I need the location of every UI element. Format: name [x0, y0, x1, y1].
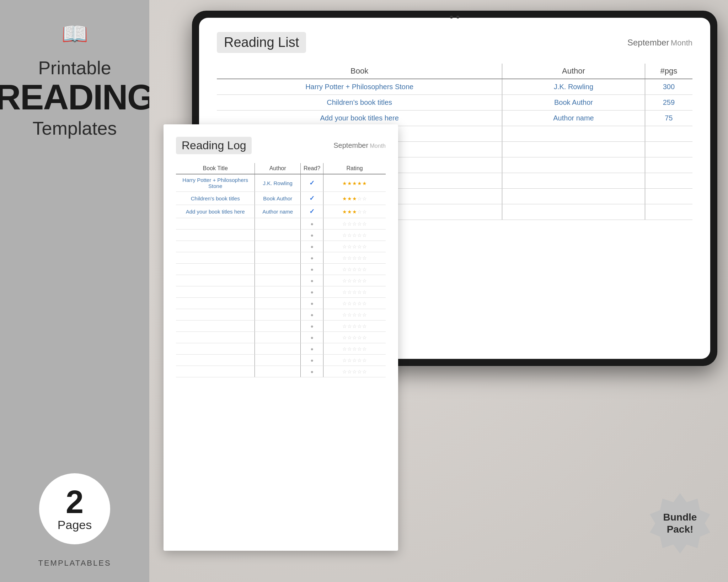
log-author-cell: Book Author — [255, 192, 301, 205]
empty-log-row: ● ☆☆☆☆☆ — [176, 264, 386, 275]
log-row: Children's book titles Book Author ✓ ★★★… — [176, 192, 386, 205]
empty-log-row: ● ☆☆☆☆☆ — [176, 252, 386, 264]
author-cell: Author name — [502, 111, 645, 126]
reading-label: READING — [0, 80, 154, 114]
log-month-suffix: Month — [370, 143, 386, 149]
empty-log-row: ● ☆☆☆☆☆ — [176, 298, 386, 309]
empty-log-row: ● ☆☆☆☆☆ — [176, 218, 386, 230]
printable-label: Printable — [38, 57, 111, 79]
tablet-camera — [450, 16, 459, 18]
log-read-cell: ✓ — [301, 205, 323, 218]
log-header: Reading Log September Month — [176, 137, 386, 154]
camera-dot-1 — [450, 16, 453, 18]
log-book-cell: Harry Potter + Philosophers Stone — [176, 174, 255, 192]
pages-cell: 259 — [645, 95, 692, 111]
log-rating-cell: ★★★☆☆ — [323, 205, 386, 218]
col-author-header: Author — [502, 64, 645, 79]
empty-log-row: ● ☆☆☆☆☆ — [176, 320, 386, 332]
col-pages-header: #pgs — [645, 64, 692, 79]
log-month-area: September Month — [333, 141, 386, 150]
log-read-cell: ✓ — [301, 192, 323, 205]
empty-log-row: ● ☆☆☆☆☆ — [176, 286, 386, 298]
pages-cell: 75 — [645, 111, 692, 126]
log-row: Harry Potter + Philosophers Stone J.K. R… — [176, 174, 386, 192]
book-cell: Add your book titles here — [217, 111, 502, 126]
empty-log-row: ● ☆☆☆☆☆ — [176, 241, 386, 252]
reading-list-header-row: Book Author #pgs — [217, 64, 692, 79]
month-text: September — [627, 38, 669, 47]
empty-log-row: ● ☆☆☆☆☆ — [176, 230, 386, 241]
reading-list-month: September Month — [627, 38, 692, 48]
log-table: Book Title Author Read? Rating Harry Pot… — [176, 163, 386, 377]
reading-list-title-box: Reading List — [217, 32, 306, 53]
table-row: Add your book titles here Author name 75 — [217, 111, 692, 126]
pages-cell: 300 — [645, 79, 692, 95]
log-book-cell: Add your book titles here — [176, 205, 255, 218]
log-rating-cell: ★★★☆☆ — [323, 192, 386, 205]
log-header-row: Book Title Author Read? Rating — [176, 163, 386, 174]
log-col-author: Author — [255, 163, 301, 174]
left-panel: 📖 Printable READING Templates 2 Pages Te… — [0, 0, 149, 582]
author-cell: Book Author — [502, 95, 645, 111]
empty-log-row: ● ☆☆☆☆☆ — [176, 366, 386, 377]
log-col-read: Read? — [301, 163, 323, 174]
empty-log-row: ● ☆☆☆☆☆ — [176, 332, 386, 343]
author-cell: J.K. Rowling — [502, 79, 645, 95]
month-label: Month — [671, 38, 692, 47]
pages-number: 2 — [66, 486, 84, 518]
log-row: Add your book titles here Author name ✓ … — [176, 205, 386, 218]
reading-list-title: Reading List — [224, 35, 299, 50]
empty-log-row: ● ☆☆☆☆☆ — [176, 275, 386, 286]
log-month: September — [333, 141, 368, 149]
bundle-badge: Bundle Pack! — [650, 493, 710, 554]
book-icon: 📖 — [61, 21, 88, 47]
log-author-cell: Author name — [255, 205, 301, 218]
book-cell: Harry Potter + Philosophers Stone — [217, 79, 502, 95]
log-col-rating: Rating — [323, 163, 386, 174]
bundle-text: Bundle Pack! — [663, 511, 697, 535]
empty-log-row: ● ☆☆☆☆☆ — [176, 343, 386, 355]
log-rating-cell: ★★★★★ — [323, 174, 386, 192]
log-read-cell: ✓ — [301, 174, 323, 192]
empty-log-row: ● ☆☆☆☆☆ — [176, 355, 386, 366]
pages-label: Pages — [58, 518, 92, 532]
right-panel: Reading List September Month Book Author… — [149, 0, 728, 582]
brand-name: Templatables — [38, 559, 111, 568]
col-book-header: Book — [217, 64, 502, 79]
camera-dot-2 — [456, 16, 459, 18]
log-author-cell: J.K. Rowling — [255, 174, 301, 192]
paper-page: Reading Log September Month Book Title A… — [164, 124, 398, 551]
log-book-cell: Children's book titles — [176, 192, 255, 205]
book-cell: Children's book titles — [217, 95, 502, 111]
reading-list-header: Reading List September Month — [217, 32, 692, 53]
log-col-book: Book Title — [176, 163, 255, 174]
empty-log-row: ● ☆☆☆☆☆ — [176, 309, 386, 320]
templates-label: Templates — [33, 118, 117, 139]
log-title-box: Reading Log — [176, 137, 252, 154]
log-title: Reading Log — [182, 139, 246, 152]
pages-circle: 2 Pages — [39, 473, 110, 544]
table-row: Harry Potter + Philosophers Stone J.K. R… — [217, 79, 692, 95]
table-row: Children's book titles Book Author 259 — [217, 95, 692, 111]
log-body: Harry Potter + Philosophers Stone J.K. R… — [176, 174, 386, 377]
